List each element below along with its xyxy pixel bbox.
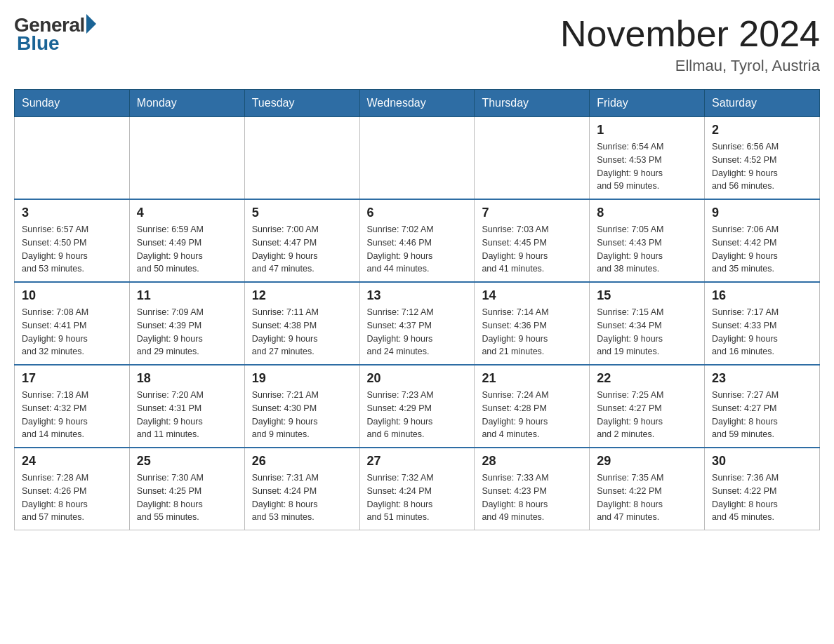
calendar-cell: 29Sunrise: 7:35 AM Sunset: 4:22 PM Dayli… [590, 448, 705, 530]
col-header-friday: Friday [590, 90, 705, 117]
calendar-week-row: 3Sunrise: 6:57 AM Sunset: 4:50 PM Daylig… [15, 199, 820, 282]
page-header: General Blue November 2024 Ellmau, Tyrol… [14, 14, 820, 75]
calendar-cell [475, 117, 590, 200]
day-info: Sunrise: 6:59 AM Sunset: 4:49 PM Dayligh… [137, 223, 237, 276]
day-info: Sunrise: 7:12 AM Sunset: 4:37 PM Dayligh… [367, 306, 468, 358]
calendar-cell: 19Sunrise: 7:21 AM Sunset: 4:30 PM Dayli… [244, 365, 359, 448]
logo: General Blue [14, 14, 96, 55]
calendar-week-row: 17Sunrise: 7:18 AM Sunset: 4:32 PM Dayli… [15, 365, 820, 448]
day-number: 22 [597, 371, 697, 386]
day-number: 27 [367, 454, 468, 469]
day-number: 5 [252, 206, 352, 220]
day-number: 20 [367, 371, 468, 386]
day-number: 17 [22, 371, 122, 386]
logo-blue-text: Blue [17, 32, 60, 55]
calendar-cell: 12Sunrise: 7:11 AM Sunset: 4:38 PM Dayli… [244, 282, 359, 365]
day-info: Sunrise: 7:05 AM Sunset: 4:43 PM Dayligh… [597, 223, 697, 276]
day-info: Sunrise: 7:32 AM Sunset: 4:24 PM Dayligh… [367, 471, 468, 524]
col-header-wednesday: Wednesday [359, 90, 475, 117]
day-number: 18 [137, 371, 237, 386]
day-info: Sunrise: 7:23 AM Sunset: 4:29 PM Dayligh… [367, 389, 468, 441]
calendar-cell: 7Sunrise: 7:03 AM Sunset: 4:45 PM Daylig… [475, 199, 590, 282]
day-info: Sunrise: 7:27 AM Sunset: 4:27 PM Dayligh… [712, 389, 812, 441]
day-number: 29 [597, 454, 697, 469]
calendar-cell: 26Sunrise: 7:31 AM Sunset: 4:24 PM Dayli… [244, 448, 359, 530]
day-number: 10 [22, 288, 122, 303]
day-info: Sunrise: 7:30 AM Sunset: 4:25 PM Dayligh… [137, 471, 237, 524]
calendar-cell: 1Sunrise: 6:54 AM Sunset: 4:53 PM Daylig… [590, 117, 705, 200]
calendar-cell: 18Sunrise: 7:20 AM Sunset: 4:31 PM Dayli… [129, 365, 244, 448]
day-info: Sunrise: 7:33 AM Sunset: 4:23 PM Dayligh… [482, 471, 582, 524]
day-number: 24 [22, 454, 122, 469]
day-number: 12 [252, 288, 352, 303]
day-number: 3 [22, 206, 122, 220]
day-number: 11 [137, 288, 237, 303]
day-info: Sunrise: 7:24 AM Sunset: 4:28 PM Dayligh… [482, 389, 582, 441]
calendar-cell: 15Sunrise: 7:15 AM Sunset: 4:34 PM Dayli… [590, 282, 705, 365]
day-info: Sunrise: 7:35 AM Sunset: 4:22 PM Dayligh… [597, 471, 697, 524]
day-info: Sunrise: 7:17 AM Sunset: 4:33 PM Dayligh… [712, 306, 812, 358]
calendar-cell: 10Sunrise: 7:08 AM Sunset: 4:41 PM Dayli… [15, 282, 130, 365]
day-info: Sunrise: 7:03 AM Sunset: 4:45 PM Dayligh… [482, 223, 582, 276]
col-header-saturday: Saturday [705, 90, 820, 117]
day-number: 4 [137, 206, 237, 220]
calendar-cell: 25Sunrise: 7:30 AM Sunset: 4:25 PM Dayli… [129, 448, 244, 530]
col-header-tuesday: Tuesday [244, 90, 359, 117]
calendar-cell: 11Sunrise: 7:09 AM Sunset: 4:39 PM Dayli… [129, 282, 244, 365]
calendar-cell: 24Sunrise: 7:28 AM Sunset: 4:26 PM Dayli… [15, 448, 130, 530]
day-info: Sunrise: 7:28 AM Sunset: 4:26 PM Dayligh… [22, 471, 122, 524]
day-number: 14 [482, 288, 582, 303]
calendar-cell: 8Sunrise: 7:05 AM Sunset: 4:43 PM Daylig… [590, 199, 705, 282]
day-number: 19 [252, 371, 352, 386]
day-info: Sunrise: 7:31 AM Sunset: 4:24 PM Dayligh… [252, 471, 352, 524]
calendar-cell: 4Sunrise: 6:59 AM Sunset: 4:49 PM Daylig… [129, 199, 244, 282]
calendar-title: November 2024 [560, 14, 820, 54]
day-info: Sunrise: 7:00 AM Sunset: 4:47 PM Dayligh… [252, 223, 352, 276]
calendar-week-row: 1Sunrise: 6:54 AM Sunset: 4:53 PM Daylig… [15, 117, 820, 200]
day-info: Sunrise: 7:21 AM Sunset: 4:30 PM Dayligh… [252, 389, 352, 441]
calendar-table: SundayMondayTuesdayWednesdayThursdayFrid… [14, 89, 820, 530]
day-number: 6 [367, 206, 468, 220]
day-info: Sunrise: 6:56 AM Sunset: 4:52 PM Dayligh… [712, 140, 812, 193]
day-info: Sunrise: 7:18 AM Sunset: 4:32 PM Dayligh… [22, 389, 122, 441]
day-number: 9 [712, 206, 812, 220]
calendar-cell: 14Sunrise: 7:14 AM Sunset: 4:36 PM Dayli… [475, 282, 590, 365]
day-info: Sunrise: 6:54 AM Sunset: 4:53 PM Dayligh… [597, 140, 697, 193]
day-number: 21 [482, 371, 582, 386]
day-info: Sunrise: 7:11 AM Sunset: 4:38 PM Dayligh… [252, 306, 352, 358]
day-number: 16 [712, 288, 812, 303]
day-info: Sunrise: 7:02 AM Sunset: 4:46 PM Dayligh… [367, 223, 468, 276]
calendar-cell: 3Sunrise: 6:57 AM Sunset: 4:50 PM Daylig… [15, 199, 130, 282]
calendar-week-row: 24Sunrise: 7:28 AM Sunset: 4:26 PM Dayli… [15, 448, 820, 530]
calendar-cell: 20Sunrise: 7:23 AM Sunset: 4:29 PM Dayli… [359, 365, 475, 448]
calendar-cell: 6Sunrise: 7:02 AM Sunset: 4:46 PM Daylig… [359, 199, 475, 282]
calendar-cell: 22Sunrise: 7:25 AM Sunset: 4:27 PM Dayli… [590, 365, 705, 448]
day-number: 8 [597, 206, 697, 220]
day-number: 2 [712, 123, 812, 137]
calendar-cell: 30Sunrise: 7:36 AM Sunset: 4:22 PM Dayli… [705, 448, 820, 530]
title-section: November 2024 Ellmau, Tyrol, Austria [560, 14, 820, 75]
day-number: 25 [137, 454, 237, 469]
day-number: 30 [712, 454, 812, 469]
day-number: 26 [252, 454, 352, 469]
day-number: 15 [597, 288, 697, 303]
day-info: Sunrise: 7:06 AM Sunset: 4:42 PM Dayligh… [712, 223, 812, 276]
calendar-cell [244, 117, 359, 200]
calendar-header-row: SundayMondayTuesdayWednesdayThursdayFrid… [15, 90, 820, 117]
day-number: 1 [597, 123, 697, 137]
calendar-cell: 27Sunrise: 7:32 AM Sunset: 4:24 PM Dayli… [359, 448, 475, 530]
day-info: Sunrise: 7:09 AM Sunset: 4:39 PM Dayligh… [137, 306, 237, 358]
calendar-week-row: 10Sunrise: 7:08 AM Sunset: 4:41 PM Dayli… [15, 282, 820, 365]
calendar-cell: 2Sunrise: 6:56 AM Sunset: 4:52 PM Daylig… [705, 117, 820, 200]
day-info: Sunrise: 7:15 AM Sunset: 4:34 PM Dayligh… [597, 306, 697, 358]
calendar-cell: 28Sunrise: 7:33 AM Sunset: 4:23 PM Dayli… [475, 448, 590, 530]
calendar-subtitle: Ellmau, Tyrol, Austria [560, 57, 820, 75]
calendar-cell: 5Sunrise: 7:00 AM Sunset: 4:47 PM Daylig… [244, 199, 359, 282]
calendar-cell: 17Sunrise: 7:18 AM Sunset: 4:32 PM Dayli… [15, 365, 130, 448]
calendar-cell: 23Sunrise: 7:27 AM Sunset: 4:27 PM Dayli… [705, 365, 820, 448]
day-number: 23 [712, 371, 812, 386]
day-info: Sunrise: 6:57 AM Sunset: 4:50 PM Dayligh… [22, 223, 122, 276]
day-number: 7 [482, 206, 582, 220]
calendar-cell: 16Sunrise: 7:17 AM Sunset: 4:33 PM Dayli… [705, 282, 820, 365]
calendar-cell: 21Sunrise: 7:24 AM Sunset: 4:28 PM Dayli… [475, 365, 590, 448]
